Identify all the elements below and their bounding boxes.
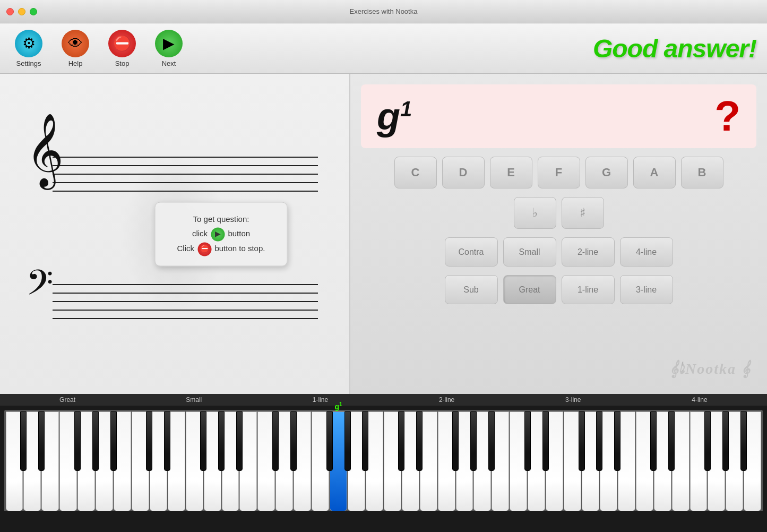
piano-label-row: Great Small 1-line 2-line 3-line 4-line <box>0 394 767 406</box>
note-btn-f[interactable]: F <box>538 157 580 188</box>
question-mark-icon: ? <box>714 92 740 141</box>
piano-label-2line: 2-line <box>384 396 510 404</box>
staff-line-5 <box>53 191 318 192</box>
octave-btn-3line[interactable]: 3-line <box>620 275 673 304</box>
piano-black-key[interactable] <box>722 411 729 471</box>
piano-black-key[interactable] <box>579 411 585 471</box>
toolbar: ⚙ Settings 👁 Help ⛔ Stop ▶ Next Good ans… <box>0 23 767 74</box>
piano-black-key[interactable] <box>218 411 225 471</box>
octave-btn-2line[interactable]: 2-line <box>562 237 615 267</box>
bass-staff-line-1 <box>53 284 318 285</box>
next-icon: ▶ <box>155 30 183 57</box>
piano-black-key[interactable] <box>200 411 206 471</box>
staff-line-2 <box>53 165 318 166</box>
note-btn-d[interactable]: D <box>442 157 485 188</box>
piano-black-key[interactable] <box>704 411 711 471</box>
window-title: Exercises with Nootka <box>350 7 418 15</box>
octave-row-1: Contra Small 2-line 4-line <box>361 237 756 267</box>
piano-black-key[interactable] <box>164 411 170 471</box>
piano-black-key[interactable] <box>74 411 81 471</box>
note-display: g1 ? <box>361 84 756 148</box>
bass-clef-icon: 𝄢 <box>26 266 53 308</box>
piano-black-key[interactable] <box>650 411 657 471</box>
piano-black-key[interactable] <box>272 411 279 471</box>
settings-button[interactable]: ⚙ Settings <box>11 28 47 70</box>
help-button[interactable]: 👁 Help <box>57 28 93 70</box>
octave-btn-4line[interactable]: 4-line <box>620 237 673 267</box>
help-label: Help <box>68 59 83 67</box>
bass-staff-line-3 <box>53 301 318 302</box>
staff-container: 𝄞 𝄢 To get question: <box>21 107 329 362</box>
bass-staff: 𝄢 <box>53 277 318 327</box>
piano-black-key[interactable] <box>416 411 423 471</box>
piano-black-key[interactable] <box>110 411 117 471</box>
piano-black-key[interactable] <box>668 411 675 471</box>
piano-black-key[interactable] <box>290 411 297 471</box>
right-panel: g1 ? C D E F G A B ♭ ♯ Contra Small 2-li… <box>350 74 767 394</box>
settings-icon: ⚙ <box>15 30 42 57</box>
flat-button[interactable]: ♭ <box>514 197 556 229</box>
piano-black-key[interactable] <box>470 411 477 471</box>
staff-line-4 <box>53 182 318 183</box>
next-label: Next <box>162 59 176 67</box>
note-btn-e[interactable]: E <box>490 157 532 188</box>
note-name: g1 <box>377 95 412 138</box>
main-content: 𝄞 𝄢 To get question: <box>0 74 767 394</box>
piano-black-key[interactable] <box>524 411 531 471</box>
piano-black-key[interactable] <box>614 411 621 471</box>
piano-g1-label: g1 <box>334 401 342 411</box>
bass-staff-line-2 <box>53 293 318 294</box>
treble-clef-icon: 𝄞 <box>26 117 64 181</box>
settings-label: Settings <box>16 59 41 67</box>
close-button[interactable] <box>6 8 14 15</box>
help-icon: 👁 <box>62 30 89 57</box>
piano-black-key[interactable] <box>398 411 404 471</box>
minimize-button[interactable] <box>18 8 25 15</box>
stop-icon: ⛔ <box>108 30 136 57</box>
fullscreen-button[interactable] <box>30 8 37 15</box>
piano-black-key[interactable] <box>740 411 747 471</box>
tooltip-popup: To get question: click ▶ button Click ⛔ … <box>155 202 288 266</box>
note-btn-a[interactable]: A <box>633 157 676 188</box>
piano-black-key[interactable] <box>452 411 459 471</box>
bass-staff-line-5 <box>53 318 318 319</box>
piano-black-key[interactable] <box>20 411 27 471</box>
staff-line-3 <box>53 174 318 175</box>
staff-panel: 𝄞 𝄢 To get question: <box>0 74 350 394</box>
tooltip-line2: click ▶ button <box>168 226 274 241</box>
bass-staff-line-4 <box>53 310 318 311</box>
sharp-button[interactable]: ♯ <box>562 197 604 229</box>
piano-label-4line: 4-line <box>636 396 763 404</box>
piano-black-key[interactable] <box>236 411 243 471</box>
note-btn-g[interactable]: G <box>585 157 628 188</box>
title-bar: Exercises with Nootka <box>0 0 767 23</box>
piano-black-key[interactable] <box>38 411 45 471</box>
note-btn-b[interactable]: B <box>681 157 723 188</box>
piano-black-key[interactable] <box>362 411 368 471</box>
octave-row-2: Sub Great 1-line 3-line <box>361 275 756 304</box>
piano-black-key[interactable] <box>326 411 333 471</box>
stop-inline-icon: ⛔ <box>197 242 211 256</box>
piano-black-key[interactable] <box>146 411 152 471</box>
octave-btn-1line[interactable]: 1-line <box>562 275 615 304</box>
piano-black-key[interactable] <box>344 411 351 471</box>
piano-black-key[interactable] <box>542 411 549 471</box>
treble-staff: 𝄞 <box>53 149 318 199</box>
watermark: 𝄞𝅘𝅥𝅮 Nootka 𝄞 <box>669 361 751 378</box>
octave-btn-great[interactable]: Great <box>503 275 556 304</box>
next-button[interactable]: ▶ Next <box>151 28 187 70</box>
good-answer-text: Good answer! <box>593 34 756 63</box>
next-inline-icon: ▶ <box>211 227 225 241</box>
accidental-row: ♭ ♯ <box>361 197 756 229</box>
note-btn-c[interactable]: C <box>394 157 437 188</box>
traffic-lights <box>6 8 37 15</box>
octave-btn-small[interactable]: Small <box>503 237 556 267</box>
piano-black-key[interactable] <box>596 411 602 471</box>
octave-btn-sub[interactable]: Sub <box>445 275 498 304</box>
stop-button[interactable]: ⛔ Stop <box>104 28 140 70</box>
piano-black-key[interactable] <box>92 411 99 471</box>
piano-label-3line: 3-line <box>510 396 636 404</box>
tooltip-line1: To get question: <box>168 212 274 226</box>
octave-btn-contra[interactable]: Contra <box>445 237 498 267</box>
piano-black-key[interactable] <box>488 411 495 471</box>
